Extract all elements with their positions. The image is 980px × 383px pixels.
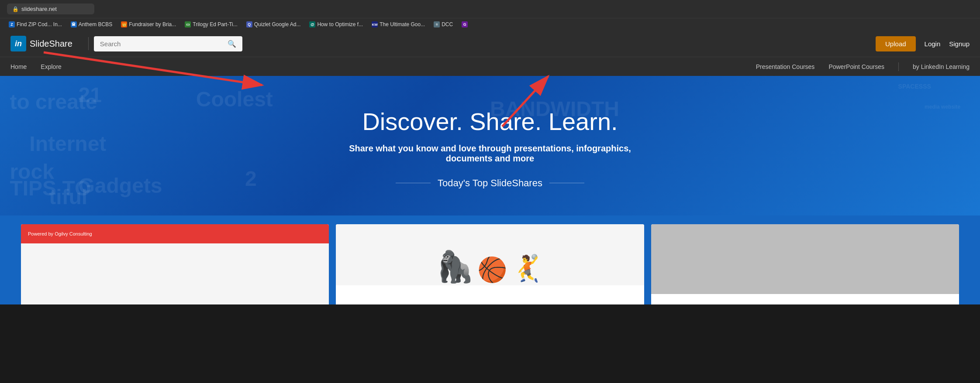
bookmark-favicon-optimize: @	[309, 21, 315, 27]
bg-word-3: Coolest	[196, 87, 273, 111]
card-1-image	[21, 243, 329, 304]
bookmark-optimize[interactable]: @ How to Optimize f...	[306, 20, 366, 29]
card-1-header-text: Powered by Ogilvy Consulting	[28, 231, 92, 236]
login-button[interactable]: Login	[925, 40, 941, 48]
bookmark-label-quizlet: Quizlet Google Ad...	[254, 21, 301, 27]
bg-word-4: Internet	[29, 132, 106, 156]
sub-nav-divider	[898, 62, 899, 71]
bookmark-label-zip: Find ZIP Cod... In...	[17, 21, 62, 27]
search-bar[interactable]: 🔍	[94, 36, 242, 51]
logo-area: in SlideShare	[10, 36, 72, 51]
bg-word-11: SPACESSS	[898, 83, 931, 90]
signup-button[interactable]: Signup	[949, 40, 970, 48]
bookmark-favicon-extra: G	[462, 21, 468, 27]
nav-presentation-courses[interactable]: Presentation Courses	[756, 63, 815, 70]
bookmark-extra[interactable]: G	[458, 20, 471, 29]
gorilla-icon: 🦍	[436, 251, 474, 282]
bookmark-quizlet[interactable]: Q Quizlet Google Ad...	[243, 20, 304, 29]
hero-subtitle: Share what you know and love through pre…	[337, 144, 643, 164]
bookmark-favicon-ultimate: KW	[372, 21, 378, 27]
bg-word-2: 21	[79, 83, 102, 107]
bg-word-8: 2	[245, 167, 257, 191]
url-bar[interactable]: 🔒 slideshare.net	[7, 3, 94, 14]
bookmark-label-trilogy: Trilogy Ed Part-Ti...	[193, 21, 237, 27]
top-slideshares-label: Today's Top SlideShares	[396, 178, 584, 189]
hero-title: Discover. Share. Learn.	[362, 107, 618, 136]
cards-area: Powered by Ogilvy Consulting 🦍 🏀 🤾	[0, 215, 980, 304]
search-input[interactable]	[100, 40, 224, 48]
browser-chrome: 🔒 slideshare.net	[0, 0, 980, 18]
bg-word-9: TIPS TO	[10, 176, 91, 200]
bookmark-trilogy[interactable]: ▭ Trilogy Ed Part-Ti...	[181, 20, 241, 29]
sub-nav-left: Home Explore	[10, 63, 62, 70]
bookmark-anthem[interactable]: 🏛 Anthem BCBS	[67, 20, 116, 29]
header-divider	[88, 37, 89, 50]
card-1[interactable]: Powered by Ogilvy Consulting	[21, 224, 329, 304]
linkedin-letter: in	[15, 39, 22, 48]
nav-home[interactable]: Home	[10, 63, 27, 70]
site-header: in SlideShare 🔍 Upload Login Signup	[0, 31, 980, 57]
bg-word-1: to create	[10, 90, 97, 114]
bookmark-find-zip[interactable]: Z Find ZIP Cod... In...	[5, 20, 66, 29]
bookmark-label-optimize: How to Optimize f...	[317, 21, 363, 27]
bg-word-6: rock	[10, 160, 54, 184]
card-2[interactable]: 🦍 🏀 🤾	[336, 224, 644, 304]
bookmark-favicon-fundraiser: 👑	[121, 21, 127, 27]
brand-name: SlideShare	[30, 39, 72, 49]
sub-nav-right: Presentation Courses PowerPoint Courses …	[756, 62, 970, 71]
hero-section: to create 21 Coolest Internet BANDWIDTH …	[0, 76, 980, 215]
bookmarks-bar: Z Find ZIP Cod... In... 🏛 Anthem BCBS 👑 …	[0, 18, 980, 31]
sub-nav: Home Explore Presentation Courses PowerP…	[0, 57, 980, 76]
nav-linkedin-learning[interactable]: by LinkedIn Learning	[913, 63, 970, 70]
search-icon[interactable]: 🔍	[228, 40, 236, 48]
bookmark-label-fundraiser: Fundraiser by Bria...	[129, 21, 176, 27]
bookmark-label-ultimate: The Ultimate Goo...	[380, 21, 425, 27]
bookmark-label-anthem: Anthem BCBS	[79, 21, 112, 27]
top-slideshares-text: Today's Top SlideShares	[438, 178, 542, 189]
bookmark-favicon-trilogy: ▭	[185, 21, 191, 27]
card-1-header: Powered by Ogilvy Consulting	[21, 224, 329, 243]
card-3-image	[651, 224, 959, 294]
nav-explore[interactable]: Explore	[41, 63, 61, 70]
bookmark-favicon-dcc: ≡	[434, 21, 440, 27]
nav-powerpoint-courses[interactable]: PowerPoint Courses	[828, 63, 884, 70]
bookmark-favicon-anthem: 🏛	[71, 21, 77, 27]
bookmark-dcc[interactable]: ≡ DCC	[430, 20, 456, 29]
linkedin-logo: in	[10, 36, 26, 51]
bg-word-12: media website	[925, 104, 960, 110]
card-2-image: 🦍 🏀 🤾	[336, 224, 644, 285]
bookmark-favicon-zip: Z	[9, 21, 15, 27]
card-3[interactable]	[651, 224, 959, 304]
player-icon: 🏀	[477, 258, 507, 282]
bookmark-fundraiser[interactable]: 👑 Fundraiser by Bria...	[117, 20, 179, 29]
lock-icon: 🔒	[12, 6, 19, 12]
url-text: slideshare.net	[21, 6, 57, 12]
bookmark-label-dcc: DCC	[442, 21, 453, 27]
bg-word-10: tiful	[49, 185, 87, 209]
bookmark-ultimate[interactable]: KW The Ultimate Goo...	[368, 20, 428, 29]
player2-icon: 🤾	[511, 256, 544, 282]
upload-button[interactable]: Upload	[876, 36, 916, 51]
bookmark-favicon-quizlet: Q	[246, 21, 252, 27]
bg-word-7: Gadgets	[79, 174, 162, 198]
